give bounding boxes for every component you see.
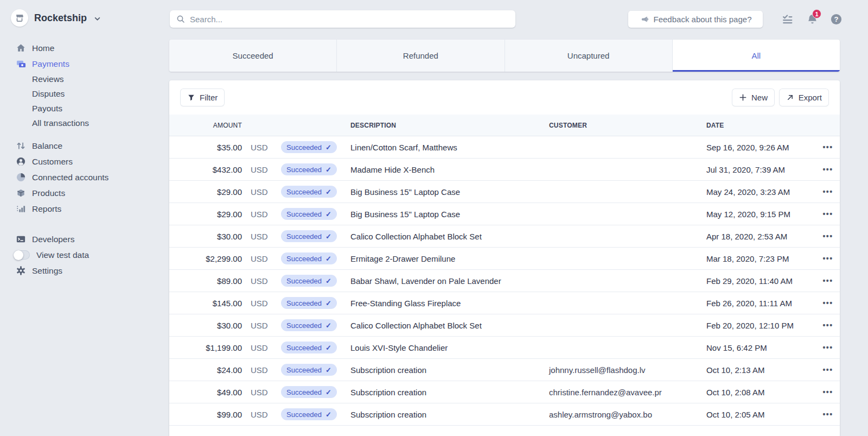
table-row[interactable]: $2,299.00USDSucceeded✓Ermitage 2-Drawer … [169,248,840,270]
sidebar-item-all-transactions[interactable]: All transactions [0,116,169,130]
row-actions-button[interactable]: ••• [816,187,840,196]
table-row[interactable]: $145.00USDSucceeded✓Free-Standing Glass … [169,292,840,314]
description-cell: Subscription creation [350,365,540,375]
currency-cell: USD [251,165,272,174]
description-cell: Big Business 15" Laptop Case [350,187,540,197]
help-button[interactable]: ? [830,13,843,26]
gear-icon [15,265,27,276]
filter-funnel-icon [187,93,195,102]
row-actions-button[interactable]: ••• [816,410,840,419]
check-icon: ✓ [326,277,331,285]
account-switcher[interactable]: Rocketship [11,9,101,27]
sidebar-item-developers[interactable]: Developers [0,231,169,247]
notifications-button[interactable]: 1 [806,13,819,26]
status-badge: Succeeded✓ [281,319,337,331]
sidebar-item-balance[interactable]: Balance [0,138,169,154]
amount-cell: $89.00 [169,276,242,286]
table-row[interactable]: $24.00USDSucceeded✓Subscription creation… [169,359,840,381]
check-icon: ✓ [326,255,331,263]
sidebar-item-payments[interactable]: Payments [0,56,169,72]
customers-icon [15,156,27,167]
table-row[interactable]: $35.00USDSucceeded✓Linen/Cotton Scarf, M… [169,136,840,159]
customer-cell: johnny.russell@flashdog.lv [549,365,698,375]
amount-cell: $35.00 [169,143,242,152]
filter-button[interactable]: Filter [181,89,224,106]
status-label: Succeeded [286,299,322,307]
table-row[interactable]: $29.00USDSucceeded✓Big Business 15" Lapt… [169,181,840,203]
description-cell: Free-Standing Glass Fireplace [350,299,540,308]
row-actions-button[interactable]: ••• [816,143,840,151]
sidebar-item-customers[interactable]: Customers [0,154,169,169]
search-input[interactable] [190,15,509,24]
feedback-label: Feedback about this page? [654,15,752,24]
sidebar-item-view-test-data[interactable]: View test data [0,247,169,263]
export-button[interactable]: Export [780,89,828,106]
status-label: Succeeded [286,232,322,241]
amount-cell: $1,199.00 [169,343,242,352]
status-cell: Succeeded✓ [281,230,342,242]
storefront-icon [15,13,24,23]
tab-succeeded[interactable]: Succeeded [169,40,337,72]
sidebar-item-label: Reports [32,204,61,214]
table-row[interactable]: $29.00USDSucceeded✓Big Business 15" Lapt… [169,203,840,225]
date-cell: Oct 10, 2:08 AM [706,388,807,397]
check-icon: ✓ [326,388,331,396]
sidebar-item-disputes[interactable]: Disputes [0,86,169,101]
date-cell: Apr 18, 2020, 2:53 AM [706,232,807,241]
tasks-checklist-button[interactable] [781,13,794,26]
status-cell: Succeeded✓ [281,386,342,398]
new-payment-button[interactable]: New [732,89,774,106]
date-cell: Mar 18, 2020, 7:23 PM [706,254,807,263]
date-cell: Oct 10, 2:05 AM [706,410,807,419]
sidebar-item-settings[interactable]: Settings [0,263,169,279]
tab-all[interactable]: All [673,40,840,72]
sidebar-item-payouts[interactable]: Payouts [0,101,169,116]
table-row[interactable]: $89.00USDSucceeded✓Babar Shawl, Lavender… [169,270,840,292]
row-actions-button[interactable]: ••• [816,254,840,263]
search-bar[interactable] [170,10,515,28]
nav-group-divider [0,217,169,231]
column-header-customer: CUSTOMER [549,122,698,129]
sidebar-item-products[interactable]: Products [0,185,169,201]
status-label: Succeeded [286,344,322,352]
sidebar-item-reviews[interactable]: Reviews [0,72,169,86]
status-cell: Succeeded✓ [281,297,342,309]
table-row[interactable]: $432.00USDSucceeded✓Madame Hide X-BenchJ… [169,159,840,181]
row-actions-button[interactable]: ••• [816,343,840,352]
export-arrow-icon [786,93,794,102]
table-row[interactable]: $49.00USDSucceeded✓Subscription creation… [169,381,840,403]
status-badge: Succeeded✓ [281,342,337,353]
amount-cell: $145.00 [169,299,242,308]
balance-icon [15,140,27,151]
check-icon: ✓ [326,410,331,419]
status-label: Succeeded [286,166,322,174]
sidebar-item-connected-accounts[interactable]: Connected accounts [0,169,169,185]
table-row[interactable]: $99.00USDSucceeded✓Subscription creation… [169,403,840,426]
sidebar: Rocketship Home Payments Reviews [0,0,169,436]
table-row[interactable]: $30.00USDSucceeded✓Calico Collection Alp… [169,314,840,337]
row-actions-button[interactable]: ••• [816,232,840,241]
connected-accounts-icon [15,172,27,183]
plus-icon [739,93,747,102]
feedback-button[interactable]: Feedback about this page? [628,11,763,28]
sidebar-item-home[interactable]: Home [0,40,169,56]
check-icon: ✓ [326,232,331,241]
table-row[interactable]: $1,199.00USDSucceeded✓Louis XVI-Style Ch… [169,337,840,359]
table-row[interactable]: $30.00USDSucceeded✓Calico Collection Alp… [169,225,840,248]
tab-uncaptured[interactable]: Uncaptured [505,40,673,72]
sidebar-item-label: Connected accounts [32,173,108,182]
row-actions-button[interactable]: ••• [816,388,840,396]
test-data-toggle[interactable] [14,250,30,260]
account-name: Rocketship [34,12,87,24]
row-actions-button[interactable]: ••• [816,299,840,307]
check-icon: ✓ [326,188,331,196]
row-actions-button[interactable]: ••• [816,321,840,330]
row-actions-button[interactable]: ••• [816,276,840,285]
status-badge: Succeeded✓ [281,386,337,398]
row-actions-button[interactable]: ••• [816,165,840,174]
status-badge: Succeeded✓ [281,364,337,376]
row-actions-button[interactable]: ••• [816,365,840,374]
tab-refunded[interactable]: Refunded [337,40,505,72]
sidebar-item-reports[interactable]: Reports [0,201,169,217]
row-actions-button[interactable]: ••• [816,210,840,218]
